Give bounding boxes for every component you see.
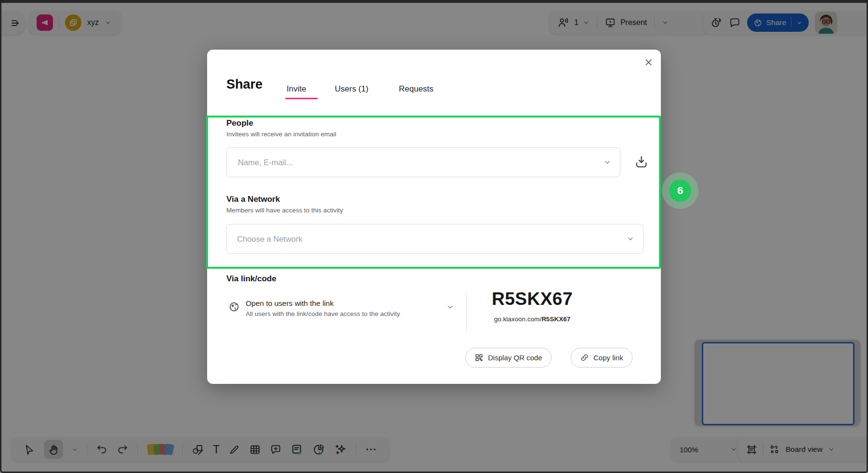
network-heading: Via a Network [226,195,280,204]
active-tab-indicator [285,98,318,99]
annotation-badge: 6 [669,180,691,202]
people-heading: People [226,118,253,128]
link-icon [580,353,589,362]
network-select-placeholder: Choose a Network [237,235,302,244]
invite-people-combobox[interactable] [226,147,620,177]
linkcode-heading: Via link/code [226,274,276,284]
chevron-down-icon[interactable] [627,235,634,243]
display-qr-label: Display QR code [488,354,542,362]
import-contacts-button[interactable] [634,155,649,170]
annotation-badge-halo: 6 [662,172,698,209]
public-globe-icon [228,301,240,313]
share-url-prefix: go.klaxoon.com/ [494,315,541,323]
network-select[interactable]: Choose a Network [226,224,644,254]
link-access-title: Open to users with the link [246,299,334,308]
share-code: R5SKX67 [450,289,614,309]
copy-link-label: Copy link [593,354,623,362]
link-access-subtitle: All users with the link/code have access… [246,310,400,317]
network-subheading: Members will have access to this activit… [226,207,343,214]
copy-link-button[interactable]: Copy link [571,348,632,368]
close-button[interactable] [639,53,658,72]
chevron-down-icon[interactable] [604,158,611,166]
share-url-code: R5SKX67 [541,315,570,323]
people-subheading: Invitees will receive an invitation emai… [226,131,336,138]
qr-code-icon [474,353,484,362]
display-qr-button[interactable]: Display QR code [465,348,552,368]
invite-people-input[interactable] [237,158,620,168]
share-modal: Share Invite Users (1) Requests People I… [207,50,661,384]
share-url: go.klaxoon.com/R5SKX67 [450,315,614,323]
app-window: xyz 1 Present [0,0,868,473]
modal-title: Share [226,77,263,92]
tab-requests[interactable]: Requests [399,84,434,94]
tab-users[interactable]: Users (1) [335,84,368,94]
tab-invite[interactable]: Invite [287,84,306,94]
